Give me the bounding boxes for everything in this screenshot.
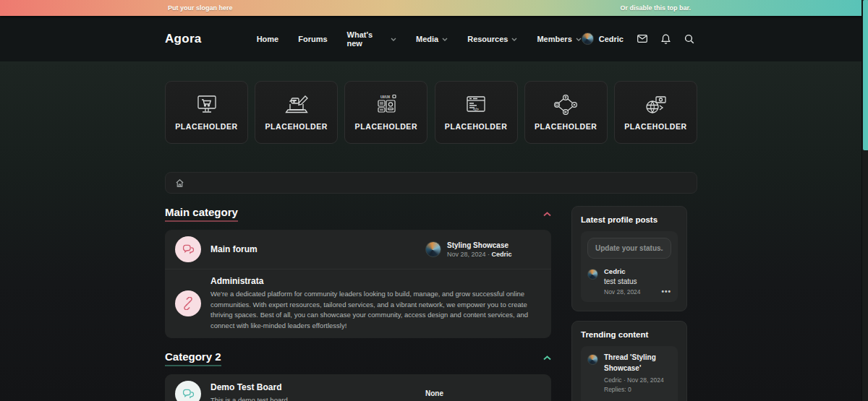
profile-post-text: test status [604,277,671,285]
search-icon[interactable] [684,34,694,44]
feature-card-label: PLACEHOLDER [355,122,418,131]
latest-post-avatar[interactable] [425,241,441,257]
user-name: Cedric [599,35,624,43]
nav-members[interactable]: Members [537,35,581,43]
home-icon[interactable] [175,178,184,188]
feature-card-label: PLACEHOLDER [265,122,328,131]
top-notice-bar: Put your slogan here Or disable this top… [0,0,868,16]
feature-card-2[interactable]: PLACEHOLDER [255,81,338,144]
feature-card-label: PLACEHOLDER [535,122,597,131]
bell-icon[interactable] [661,34,671,44]
status-input[interactable] [587,238,671,259]
forum-name[interactable]: Administrata [210,276,541,286]
trending-item-1: Thread 'Styling Showcase' Cedric · Nov 2… [587,353,671,394]
browser-code-icon: </> [463,94,489,116]
feature-card-3[interactable]: UI/UX PLACEHOLDER [344,81,427,144]
uiux-wireframe-icon: UI/UX [373,94,399,116]
money-transfer-icon [642,94,668,116]
chevron-down-icon [442,38,448,41]
forum-description: We're a dedicated platform for community… [210,289,541,332]
nav-media[interactable]: Media [416,35,448,43]
feature-cards-row: PLACEHOLDER PLACEHOLDER UI/UX [165,61,697,144]
site-logo[interactable]: Agora [165,32,202,46]
latest-post-author[interactable]: Cedric [492,251,512,258]
header-user-cluster: Cedric [582,33,694,45]
nav-resources[interactable]: Resources [467,35,517,43]
slogan-text: Put your slogan here [168,4,233,12]
breadcrumb [165,172,697,194]
chat-bubbles-icon [175,381,201,401]
forum-description: This is a demo test board. [210,395,425,401]
profile-post-date: Nov 28, 2024 [604,288,641,296]
feature-card-6[interactable]: PLACEHOLDER [614,81,697,144]
scrollbar-thumb[interactable] [863,0,868,150]
chevron-down-icon [511,38,517,41]
chevron-down-icon [576,38,582,41]
trending-content-card: Trending content Thread 'Styling Showcas… [571,321,687,401]
feature-card-4[interactable]: </> PLACEHOLDER [435,81,518,144]
forum-name[interactable]: Main forum [210,244,425,254]
chat-bubbles-icon [175,236,201,262]
nav-home[interactable]: Home [257,35,279,43]
site-header: Agora Home Forums What's new Media Resou… [0,16,868,61]
forum-stats: None [425,389,443,397]
profile-post-avatar[interactable] [587,269,598,280]
user-avatar [582,33,594,45]
chevron-down-icon [391,38,396,41]
forum-row-demo-board-1[interactable]: Demo Test Board This is a demo test boar… [165,374,551,401]
main-nav: Home Forums What's new Media Resources M… [257,30,582,48]
widget-title: Trending content [581,330,678,339]
feature-card-1[interactable]: PLACEHOLDER [165,81,248,144]
category-panel-main: Main forum Styling Showcase Nov 28, 2024… [165,230,551,338]
nav-forums[interactable]: Forums [298,35,327,43]
category-panel-2: Demo Test Board This is a demo test boar… [165,374,551,401]
feature-card-label: PLACEHOLDER [445,122,508,131]
latest-post: Styling Showcase Nov 28, 2024 · Cedric [425,241,512,258]
trending-item-meta: Cedric · Nov 28, 2024 Replies: 0 [604,376,671,394]
link-icon [175,290,201,316]
profile-post: Cedric test status Nov 28, 2024 ••• [587,266,671,296]
page-body: PLACEHOLDER PLACEHOLDER UI/UX [0,61,868,401]
account-menu[interactable]: Cedric [582,33,624,45]
forum-list: Main category Main [165,206,551,401]
profile-post-author[interactable]: Cedric [604,267,671,275]
forum-name[interactable]: Demo Test Board [210,382,425,392]
feature-card-5[interactable]: PLACEHOLDER [524,81,608,144]
trending-item-avatar[interactable] [587,354,598,365]
mail-icon[interactable] [637,35,647,43]
forum-row-main-forum[interactable]: Main forum Styling Showcase Nov 28, 2024… [165,230,551,269]
laptop-write-icon [284,94,310,116]
widget-title: Latest profile posts [581,215,678,224]
latest-post-title[interactable]: Styling Showcase [447,241,512,249]
category-title: Main category [165,206,238,222]
nav-whats-new[interactable]: What's new [347,30,396,48]
svg-text:UI/UX: UI/UX [380,95,391,99]
more-options-icon[interactable]: ••• [661,290,671,293]
social-network-icon [553,94,578,116]
monitor-cart-icon [194,94,220,116]
topbar-right-note: Or disable this top bar. [620,4,691,12]
svg-text:</>: </> [473,107,479,111]
feature-card-label: PLACEHOLDER [624,122,687,131]
sidebar: Latest profile posts Cedric test status … [571,206,687,401]
category-header-main: Main category [165,206,551,222]
category-header-2: Category 2 [165,350,551,366]
collapse-chevron-up-icon[interactable] [543,355,551,361]
forum-row-administrata[interactable]: Administrata We're a dedicated platform … [165,269,551,338]
category-title: Category 2 [165,350,221,366]
latest-profile-posts-card: Latest profile posts Cedric test status … [571,206,687,311]
trending-item-title[interactable]: Thread 'Styling Showcase' [604,353,671,374]
page-scrollbar[interactable] [861,0,868,401]
latest-post-meta: Nov 28, 2024 · Cedric [447,251,512,258]
collapse-chevron-up-icon[interactable] [543,212,551,217]
feature-card-label: PLACEHOLDER [175,122,238,131]
